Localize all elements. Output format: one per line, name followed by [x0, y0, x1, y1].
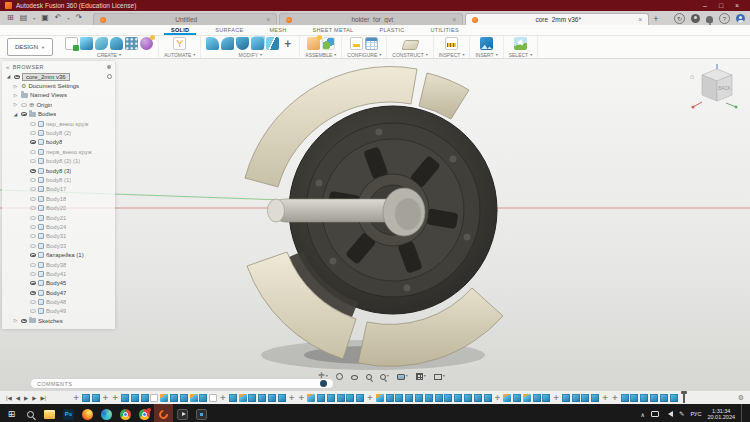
split-body-icon[interactable] [266, 37, 279, 50]
timeline-feature-warn[interactable] [160, 394, 168, 402]
construct-plane-icon[interactable] [401, 40, 419, 50]
timeline-feature-solid[interactable] [542, 394, 550, 402]
timeline-feature-solid[interactable] [621, 394, 629, 402]
body-item[interactable]: перв_внеш круж [2, 147, 115, 156]
display-settings-icon[interactable]: ▾ [397, 372, 408, 380]
timeline-feature-warn[interactable] [307, 394, 315, 402]
timeline-feature-solid[interactable] [562, 394, 570, 402]
timeline-feature-warn[interactable] [523, 394, 531, 402]
body-item[interactable]: Body24 [2, 222, 115, 231]
body-item[interactable]: Body18 [2, 194, 115, 203]
language-indicator[interactable]: РУС [690, 411, 701, 417]
timeline-feature-move[interactable] [552, 394, 560, 402]
look-at-icon[interactable] [351, 375, 358, 380]
timeline-feature-solid[interactable] [337, 394, 345, 402]
timeline-feature-solid[interactable] [513, 394, 521, 402]
timeline-feature-solid[interactable] [464, 394, 472, 402]
maximize-button[interactable]: □ [713, 0, 729, 11]
minimize-button[interactable]: – [697, 0, 713, 11]
sweep-icon[interactable] [95, 37, 108, 50]
fillet-icon[interactable] [221, 37, 234, 50]
ribbon-tab-solid[interactable]: SOLID [158, 25, 202, 35]
form-icon[interactable] [140, 37, 153, 50]
timeline-feature-sketch[interactable] [209, 394, 217, 402]
visibility-on-icon[interactable] [30, 169, 36, 173]
timeline-feature-sketch[interactable] [150, 394, 158, 402]
taskbar-clock[interactable]: 1:31:34 20.01.2024 [707, 408, 735, 421]
timeline-feature-solid[interactable] [581, 394, 589, 402]
shell-icon[interactable] [236, 37, 249, 50]
taskbar-chrome[interactable] [116, 404, 135, 422]
timeline-feature-solid[interactable] [630, 394, 638, 402]
timeline-feature-solid[interactable] [356, 394, 364, 402]
insert-canvas-icon[interactable] [480, 37, 493, 50]
config-table-icon[interactable] [365, 37, 378, 50]
volume-icon[interactable] [665, 411, 673, 417]
timeline-feature-solid[interactable] [572, 394, 580, 402]
create-sketch-icon[interactable] [65, 37, 78, 50]
timeline-feature-solid[interactable] [395, 394, 403, 402]
extrude-icon[interactable] [80, 37, 93, 50]
timeline-feature-solid[interactable] [170, 394, 178, 402]
browser-item-sketches[interactable]: ▷Sketches [2, 316, 115, 325]
timeline-feature-move[interactable] [297, 394, 305, 402]
expand-collapse-icon[interactable]: ▷ [12, 318, 19, 323]
file-menu-icon[interactable]: ▤ [20, 11, 28, 25]
avatar-icon[interactable] [736, 14, 745, 23]
visibility-off-icon[interactable] [30, 263, 36, 267]
body-item[interactable]: body8 [2, 138, 115, 147]
press-pull-icon[interactable] [206, 37, 219, 50]
fit-icon[interactable]: ▾ [380, 372, 389, 380]
undo-icon[interactable]: ↶ [55, 11, 62, 25]
timeline-feature-solid[interactable] [670, 394, 678, 402]
timeline-feature-warn[interactable] [239, 394, 247, 402]
new-tab-button[interactable]: + [653, 14, 658, 24]
ribbon-group-label[interactable]: CONSTRUCT▾ [392, 52, 427, 58]
visibility-off-icon[interactable] [30, 234, 36, 238]
ribbon-tab-plastic[interactable]: PLASTIC [366, 25, 417, 35]
activate-component-radio[interactable] [107, 74, 112, 79]
visibility-off-icon[interactable] [30, 309, 36, 313]
timeline-feature-move[interactable] [101, 394, 109, 402]
timeline-feature-solid[interactable] [248, 394, 256, 402]
combine-icon[interactable] [251, 37, 264, 50]
zoom-window-icon[interactable] [366, 374, 372, 380]
document-tab[interactable]: core_2mm v36*× [465, 13, 649, 25]
viewport-3d[interactable]: ⌂ BACK « BROWSER ◢core_2mm v36▷⚙Document… [0, 59, 750, 390]
visibility-off-icon[interactable] [30, 272, 36, 276]
timeline-feature-solid[interactable] [268, 394, 276, 402]
timeline-feature-solid[interactable] [660, 394, 668, 402]
visibility-off-icon[interactable] [30, 122, 36, 126]
body-item[interactable]: body8 (1) [2, 175, 115, 184]
timeline-feature-solid[interactable] [533, 394, 541, 402]
taskbar-search[interactable] [21, 404, 40, 422]
timeline-feature-solid[interactable] [454, 394, 462, 402]
taskbar-media-player-1[interactable] [173, 404, 192, 422]
timeline-position-marker[interactable] [683, 392, 685, 403]
timeline-feature-solid[interactable] [474, 394, 482, 402]
visibility-off-icon[interactable] [30, 159, 36, 163]
ribbon-group-label[interactable]: INSERT▾ [475, 52, 497, 58]
view-cube[interactable]: ⌂ BACK [690, 63, 746, 115]
document-tab[interactable]: holder_for_gvt× [279, 13, 463, 25]
step-back-button[interactable]: ◀ [16, 395, 20, 401]
timeline-feature-solid[interactable] [444, 394, 452, 402]
ribbon-group-label[interactable]: MODIFY▾ [239, 52, 262, 58]
ribbon-group-label[interactable]: ASSEMBLE▾ [305, 52, 336, 58]
measure-icon[interactable] [445, 37, 458, 50]
body-item[interactable]: body8 (2) [2, 128, 115, 137]
close-tab-icon[interactable]: × [266, 16, 270, 23]
timeline-feature-solid[interactable] [591, 394, 599, 402]
timeline-feature-solid[interactable] [199, 394, 207, 402]
close-button[interactable]: × [729, 0, 745, 11]
timeline-feature-solid[interactable] [415, 394, 423, 402]
go-to-start-button[interactable]: |◀ [6, 395, 12, 401]
visibility-off-icon[interactable] [30, 150, 36, 154]
comment-avatar[interactable] [320, 380, 327, 387]
body-item[interactable]: Body31 [2, 232, 115, 241]
visibility-off-icon[interactable] [30, 216, 36, 220]
visibility-off-icon[interactable] [30, 206, 36, 210]
body-item[interactable]: пер_внеш круж [2, 119, 115, 128]
visibility-on-icon[interactable] [21, 319, 27, 323]
timeline-feature-solid[interactable] [425, 394, 433, 402]
